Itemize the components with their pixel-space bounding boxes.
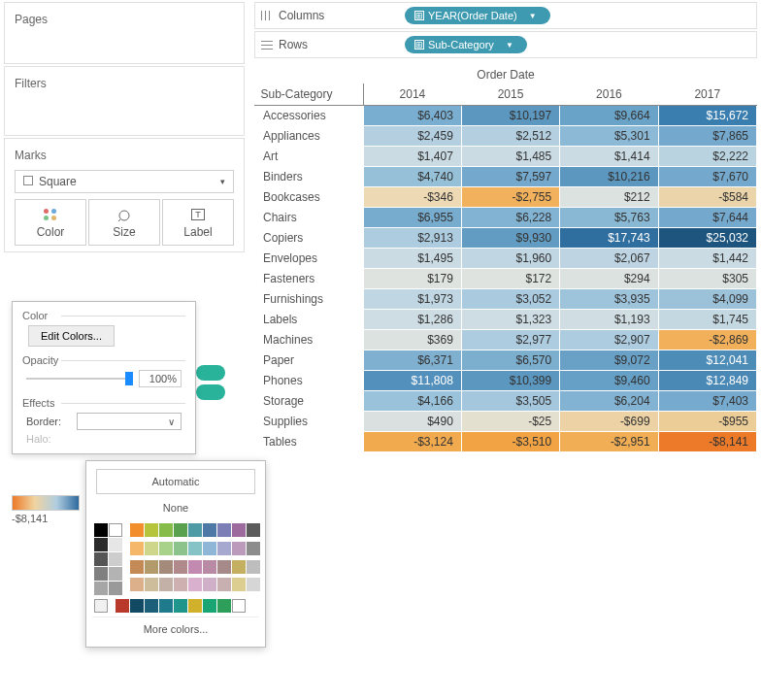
data-cell[interactable]: -$346 <box>363 187 461 208</box>
data-cell[interactable]: $179 <box>363 269 461 289</box>
data-cell[interactable]: $1,407 <box>363 147 461 167</box>
color-swatch[interactable] <box>247 560 260 574</box>
data-cell[interactable]: $7,644 <box>658 208 756 228</box>
data-cell[interactable]: $2,512 <box>461 126 559 147</box>
data-cell[interactable]: $6,204 <box>560 391 658 412</box>
data-cell[interactable]: $3,935 <box>560 289 658 310</box>
row-label[interactable]: Art <box>255 147 364 167</box>
data-cell[interactable]: $7,865 <box>658 126 756 147</box>
row-label[interactable]: Accessories <box>255 106 364 126</box>
row-label[interactable]: Tables <box>255 432 364 452</box>
row-label[interactable]: Phones <box>255 371 364 391</box>
data-cell[interactable]: $1,286 <box>363 310 461 330</box>
data-cell[interactable]: $1,960 <box>461 249 559 269</box>
color-swatch[interactable] <box>174 560 187 574</box>
none-button[interactable]: None <box>92 496 259 519</box>
color-swatch[interactable] <box>130 542 144 555</box>
data-cell[interactable]: $490 <box>363 412 461 432</box>
color-swatch[interactable] <box>94 582 108 595</box>
color-swatch[interactable] <box>109 582 122 595</box>
color-swatch[interactable] <box>217 560 231 574</box>
more-colors-button[interactable]: More colors... <box>92 617 259 641</box>
color-swatch[interactable] <box>130 560 144 574</box>
data-cell[interactable]: $9,664 <box>560 106 658 126</box>
data-cell[interactable]: $10,216 <box>560 167 658 187</box>
column-header[interactable]: 2014 <box>363 83 461 106</box>
color-swatch[interactable] <box>188 599 202 613</box>
color-swatch[interactable] <box>203 599 216 613</box>
border-dropdown[interactable]: ∨ <box>77 413 182 430</box>
data-cell[interactable]: $2,222 <box>658 147 756 167</box>
column-header[interactable]: 2017 <box>658 83 756 106</box>
data-cell[interactable]: $9,930 <box>461 228 559 249</box>
color-swatch[interactable] <box>247 578 260 591</box>
data-cell[interactable]: $1,414 <box>560 147 658 167</box>
data-cell[interactable]: -$2,869 <box>658 330 756 350</box>
color-swatch[interactable] <box>159 542 173 555</box>
label-button[interactable]: T Label <box>162 199 234 246</box>
row-label[interactable]: Labels <box>255 310 364 330</box>
data-cell[interactable]: $7,597 <box>461 167 559 187</box>
color-swatch[interactable] <box>203 578 216 591</box>
data-cell[interactable]: -$2,755 <box>461 187 559 208</box>
data-cell[interactable]: $1,973 <box>363 289 461 310</box>
size-button[interactable]: Size <box>88 199 160 246</box>
color-swatch[interactable] <box>109 552 122 566</box>
data-cell[interactable]: -$955 <box>658 412 756 432</box>
data-cell[interactable]: $6,403 <box>363 106 461 126</box>
color-swatch[interactable] <box>232 542 246 555</box>
color-swatch[interactable] <box>159 523 173 537</box>
color-swatch[interactable] <box>174 523 187 537</box>
data-cell[interactable]: -$3,124 <box>363 432 461 452</box>
data-cell[interactable]: -$3,510 <box>461 432 559 452</box>
data-cell[interactable]: $369 <box>363 330 461 350</box>
data-cell[interactable]: -$8,141 <box>658 432 756 452</box>
row-label[interactable]: Supplies <box>255 412 364 432</box>
color-swatch[interactable] <box>130 578 144 591</box>
row-label[interactable]: Bookcases <box>255 187 364 208</box>
color-swatch[interactable] <box>109 567 122 581</box>
color-swatch[interactable] <box>94 567 108 581</box>
data-cell[interactable]: $212 <box>560 187 658 208</box>
color-button[interactable]: Color <box>15 199 86 246</box>
row-label[interactable]: Envelopes <box>255 249 364 269</box>
data-cell[interactable]: $6,955 <box>363 208 461 228</box>
data-cell[interactable]: $9,072 <box>560 350 658 371</box>
data-cell[interactable]: $2,977 <box>461 330 559 350</box>
data-cell[interactable]: $10,197 <box>461 106 559 126</box>
color-swatch[interactable] <box>130 599 144 613</box>
data-cell[interactable]: -$2,951 <box>560 432 658 452</box>
color-swatch[interactable] <box>109 523 122 537</box>
color-swatch[interactable] <box>159 560 173 574</box>
color-swatch[interactable] <box>217 523 231 537</box>
data-cell[interactable]: $3,052 <box>461 289 559 310</box>
row-label[interactable]: Furnishings <box>255 289 364 310</box>
row-label[interactable]: Paper <box>255 350 364 371</box>
data-cell[interactable]: $6,228 <box>461 208 559 228</box>
row-label[interactable]: Copiers <box>255 228 364 249</box>
data-cell[interactable]: $1,442 <box>658 249 756 269</box>
color-swatch[interactable] <box>145 578 158 591</box>
column-header[interactable]: 2015 <box>461 83 559 106</box>
opacity-slider[interactable] <box>26 378 133 380</box>
color-swatch[interactable] <box>94 523 108 537</box>
row-label[interactable]: Fasteners <box>255 269 364 289</box>
color-swatch[interactable] <box>247 523 260 537</box>
color-swatch[interactable] <box>174 599 187 613</box>
data-cell[interactable]: $11,808 <box>363 371 461 391</box>
color-swatch[interactable] <box>174 542 187 555</box>
rows-shelf[interactable]: Rows ⊞Sub-Category▼ <box>254 31 757 58</box>
color-swatch[interactable] <box>116 599 129 613</box>
data-cell[interactable]: $12,041 <box>658 350 756 371</box>
data-cell[interactable]: $2,907 <box>560 330 658 350</box>
data-cell[interactable]: $2,459 <box>363 126 461 147</box>
data-cell[interactable]: $294 <box>560 269 658 289</box>
color-swatch[interactable] <box>232 599 246 613</box>
color-swatch[interactable] <box>217 599 231 613</box>
data-cell[interactable]: $4,166 <box>363 391 461 412</box>
rows-pill[interactable]: ⊞Sub-Category▼ <box>405 36 527 53</box>
color-swatch[interactable] <box>188 578 202 591</box>
data-cell[interactable]: $1,495 <box>363 249 461 269</box>
color-swatch[interactable] <box>159 578 173 591</box>
color-swatch[interactable] <box>232 523 246 537</box>
